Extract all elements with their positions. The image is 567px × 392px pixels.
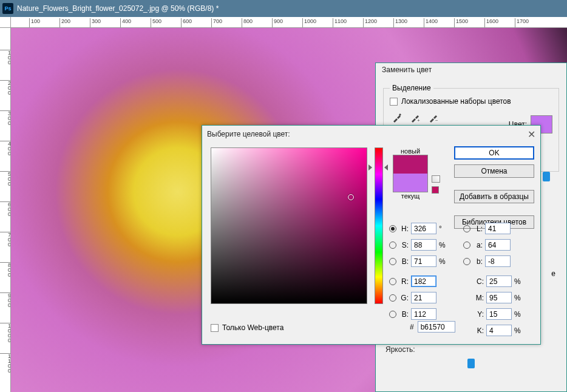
ruler-tick: 400 (0, 141, 11, 156)
hue-arrow-left-icon (368, 164, 372, 171)
eyedropper-minus-icon[interactable]: − (427, 112, 440, 124)
input-h[interactable] (411, 223, 436, 234)
ruler-tick: 200 (59, 18, 70, 28)
web-only-label: Только Web-цвета (222, 323, 284, 332)
radio-g[interactable] (389, 294, 396, 302)
ok-button[interactable]: OK (454, 146, 534, 160)
ruler-tick: 600 (181, 18, 192, 28)
color-gradient-field[interactable] (211, 147, 367, 304)
document-title: Nature_Flowers_Bright_flower_025072_.jpg… (17, 4, 219, 13)
input-r[interactable] (411, 275, 436, 287)
eyedropper-plus-icon[interactable]: + (409, 112, 421, 124)
ruler-tick: 300 (90, 18, 101, 28)
input-g[interactable] (411, 292, 436, 303)
fuzziness-slider-handle[interactable] (543, 172, 550, 181)
label-m: M: (474, 294, 484, 302)
gamut-swatch-icon[interactable] (432, 186, 439, 194)
input-c[interactable] (486, 275, 512, 287)
label-s: S: (399, 241, 409, 249)
label-y: Y: (474, 310, 484, 319)
color-picker-dialog[interactable]: Выберите целевой цвет: ✕ новый текущ OK … (202, 125, 541, 345)
svg-text:+: + (417, 118, 420, 123)
hue-arrow-right-icon (384, 164, 388, 171)
label-c: C: (474, 277, 484, 286)
radio-l[interactable] (463, 225, 470, 232)
current-color-label: текущ (392, 192, 429, 200)
add-to-swatches-button[interactable]: Добавить в образцы (454, 190, 534, 203)
ruler-tick: 500 (151, 18, 161, 28)
localized-checkbox[interactable] (390, 98, 398, 106)
label-b: B: (399, 257, 409, 266)
input-m[interactable] (486, 292, 512, 303)
ruler-tick: 1400 (424, 18, 438, 28)
input-a[interactable] (485, 239, 511, 251)
ruler-tick: 700 (211, 18, 222, 28)
input-s[interactable] (411, 239, 436, 251)
radio-bb[interactable] (389, 311, 396, 318)
localized-label: Локализованные наборы цветов (401, 97, 511, 106)
svg-text:−: − (435, 118, 438, 123)
ruler-horizontal[interactable]: 1002003004005006007008009001000110012001… (11, 17, 567, 28)
radio-r[interactable] (389, 278, 396, 285)
unit-y: % (514, 310, 523, 319)
ruler-tick: 1200 (363, 18, 377, 28)
ruler-tick: 600 (0, 201, 11, 217)
label-g: G: (399, 294, 409, 302)
hex-label: # (410, 323, 414, 331)
input-l[interactable] (485, 223, 511, 234)
input-y[interactable] (486, 308, 512, 320)
ruler-corner (0, 17, 11, 28)
label-a: a: (473, 241, 483, 249)
close-icon[interactable]: ✕ (528, 129, 535, 140)
input-k[interactable] (486, 325, 512, 336)
radio-a[interactable] (463, 242, 470, 249)
radio-h[interactable] (389, 225, 396, 232)
ruler-tick: 1000 (0, 323, 11, 343)
radio-b2[interactable] (463, 258, 470, 265)
label-k: K: (474, 326, 484, 335)
web-only-checkbox[interactable] (211, 324, 219, 332)
ruler-tick: 700 (0, 232, 11, 247)
brightness-label: Яркость: (385, 345, 557, 354)
letter-indicator: e (551, 269, 555, 278)
eyedropper-icon[interactable] (391, 112, 403, 124)
radio-s[interactable] (389, 242, 396, 249)
unit-k: % (514, 326, 523, 335)
label-b2: b: (473, 257, 483, 266)
ruler-tick: 1500 (454, 18, 468, 28)
ruler-tick: 900 (272, 18, 283, 28)
ruler-tick: 1000 (302, 18, 316, 28)
ruler-tick: 800 (0, 262, 11, 277)
input-bb[interactable] (411, 308, 436, 320)
hue-slider[interactable] (375, 147, 383, 304)
color-fields-right: L: a: b: C:% M:% Y:% K:% (463, 220, 523, 339)
gradient-cursor[interactable] (348, 194, 354, 200)
ruler-vertical[interactable]: 10020030040050060070080090010001100 (0, 28, 11, 392)
label-r: R: (399, 277, 409, 286)
ruler-tick: 800 (242, 18, 253, 28)
color-fields-left: H:° S:% B:% R: G: B: (389, 220, 447, 322)
input-b[interactable] (411, 255, 436, 267)
ruler-tick: 1300 (393, 18, 407, 28)
ruler-tick: 1600 (484, 18, 498, 28)
unit-s: % (439, 241, 447, 249)
new-color-label: новый (392, 147, 429, 155)
unit-b: % (439, 257, 447, 266)
unit-m: % (514, 294, 523, 302)
label-bb: B: (399, 310, 409, 319)
ruler-tick: 1700 (515, 18, 529, 28)
ruler-tick: 500 (0, 171, 11, 186)
radio-b[interactable] (389, 258, 396, 265)
ruler-tick: 900 (0, 292, 11, 308)
cancel-button[interactable]: Отмена (454, 164, 534, 178)
label-l: L: (473, 225, 483, 233)
label-h: H: (399, 225, 409, 233)
input-hex[interactable] (418, 321, 455, 333)
window-titlebar: Ps Nature_Flowers_Bright_flower_025072_.… (0, 0, 567, 17)
ruler-tick: 100 (0, 50, 11, 65)
input-b2[interactable] (485, 255, 511, 267)
photoshop-icon: Ps (2, 3, 13, 14)
gamut-cube-icon[interactable] (432, 175, 440, 183)
brightness-slider-handle[interactable] (467, 359, 475, 368)
current-color-swatch (393, 174, 427, 192)
